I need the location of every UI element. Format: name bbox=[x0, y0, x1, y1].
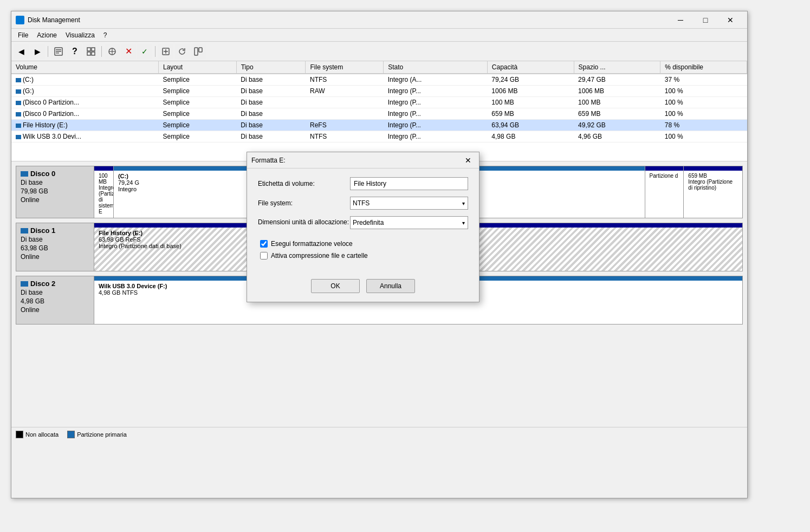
toolbar-forward[interactable]: ▶ bbox=[30, 44, 45, 59]
toolbar-view[interactable] bbox=[83, 44, 99, 59]
cell-filesystem: NTFS bbox=[306, 74, 384, 86]
cell-layout: Semplice bbox=[159, 86, 237, 97]
disk-0-part-0[interactable]: 100 MB Integro (Partizione di sistema E bbox=[94, 166, 114, 218]
cell-stato: Integro (P... bbox=[384, 97, 488, 108]
alloc-label: Dimensioni unità di allocazione: bbox=[258, 216, 350, 226]
app-icon bbox=[16, 16, 24, 24]
table-row[interactable]: (G:) Semplice Di base RAW Integro (P... … bbox=[11, 86, 747, 97]
dialog-body: Etichetta di volume: File system: NTFS F… bbox=[247, 168, 479, 273]
legend-item-primary: Partizione primaria bbox=[67, 431, 127, 438]
window-controls: ─ □ ✕ bbox=[668, 11, 743, 29]
dialog-title-bar: Formatta E: ✕ bbox=[247, 152, 479, 168]
svg-rect-1 bbox=[56, 49, 61, 50]
toolbar-add[interactable] bbox=[158, 44, 173, 59]
cell-layout: Semplice bbox=[159, 108, 237, 120]
toolbar-separator-2 bbox=[101, 46, 102, 57]
col-percent[interactable]: % disponibile bbox=[660, 61, 747, 74]
toolbar-refresh[interactable] bbox=[174, 44, 190, 59]
disk-1-type: Di base bbox=[21, 236, 89, 243]
disk-1-status: Online bbox=[21, 253, 89, 261]
toolbar-connect[interactable] bbox=[105, 44, 120, 59]
menu-help[interactable]: ? bbox=[99, 30, 112, 40]
disk-2-type: Di base bbox=[21, 289, 89, 296]
table-row[interactable]: (Disco 0 Partizion... Semplice Di base I… bbox=[11, 97, 747, 108]
maximize-button[interactable]: □ bbox=[693, 11, 718, 29]
toolbar-expand[interactable] bbox=[191, 44, 206, 59]
disk-table-container: Volume Layout Tipo File system Stato Cap… bbox=[11, 61, 747, 161]
col-filesystem[interactable]: File system bbox=[306, 61, 384, 74]
alloc-select-wrapper: Predefinita 512 1024 2048 4096 bbox=[350, 216, 468, 229]
quick-format-row: Esegui formattazione veloce bbox=[258, 240, 468, 248]
toolbar-delete[interactable]: ✕ bbox=[121, 44, 136, 59]
svg-rect-6 bbox=[87, 52, 90, 55]
dialog-close-button[interactable]: ✕ bbox=[462, 154, 475, 167]
disk-1-label: Disco 1 Di base 63,98 GB Online bbox=[16, 223, 94, 271]
col-volume[interactable]: Volume bbox=[11, 61, 159, 74]
cell-tipo: Di base bbox=[236, 120, 306, 131]
format-dialog: Formatta E: ✕ Etichetta di volume: File … bbox=[247, 152, 479, 302]
volume-label-input[interactable] bbox=[350, 177, 468, 190]
window-title: Disk Management bbox=[28, 16, 668, 24]
disk-0-part-2[interactable]: Partizione d bbox=[645, 166, 684, 218]
disk-2-size: 4,98 GB bbox=[21, 297, 89, 305]
close-button[interactable]: ✕ bbox=[718, 11, 743, 29]
table-row[interactable]: (C:) Semplice Di base NTFS Integro (A...… bbox=[11, 74, 747, 86]
toolbar-back[interactable]: ◀ bbox=[14, 44, 29, 59]
cell-filesystem: RAW bbox=[306, 86, 384, 97]
disk-0-part-3[interactable]: 659 MB Integro (Partizione di ripristino… bbox=[684, 166, 742, 218]
menu-file[interactable]: File bbox=[14, 30, 33, 40]
cell-spazio: 100 MB bbox=[574, 97, 660, 108]
col-layout[interactable]: Layout bbox=[159, 61, 237, 74]
filesystem-label: File system: bbox=[258, 199, 350, 207]
cell-percent: 37 % bbox=[660, 74, 747, 86]
volume-label-text: Etichetta di volume: bbox=[258, 180, 350, 187]
toolbar-properties[interactable] bbox=[51, 44, 66, 59]
compression-label[interactable]: Attiva compressione file e cartelle bbox=[271, 252, 368, 259]
svg-rect-14 bbox=[195, 48, 198, 55]
filesystem-select[interactable]: NTFS FAT32 exFAT ReFS bbox=[350, 197, 468, 210]
toolbar-separator-1 bbox=[48, 46, 48, 57]
legend-item-unallocated: Non allocata bbox=[16, 431, 59, 438]
filesystem-row: File system: NTFS FAT32 exFAT ReFS bbox=[258, 197, 468, 210]
table-row[interactable]: File History (E:) Semplice Di base ReFS … bbox=[11, 120, 747, 131]
cell-capacita: 1006 MB bbox=[487, 86, 574, 97]
cell-layout: Semplice bbox=[159, 97, 237, 108]
cell-layout: Semplice bbox=[159, 74, 237, 86]
cell-capacita: 63,94 GB bbox=[487, 120, 574, 131]
col-tipo[interactable]: Tipo bbox=[236, 61, 306, 74]
cell-layout: Semplice bbox=[159, 131, 237, 142]
disk-0-name: Disco 0 bbox=[30, 170, 55, 178]
cell-volume: (C:) bbox=[11, 74, 159, 86]
volume-label-row: Etichetta di volume: bbox=[258, 177, 468, 190]
table-row[interactable]: Wilk USB 3.0 Devi... Semplice Di base NT… bbox=[11, 131, 747, 142]
legend: Non allocata Partizione primaria bbox=[11, 427, 747, 442]
cell-stato: Integro (P... bbox=[384, 108, 488, 120]
compression-checkbox[interactable] bbox=[260, 252, 268, 259]
ok-button[interactable]: OK bbox=[311, 279, 360, 293]
compression-row: Attiva compressione file e cartelle bbox=[258, 252, 468, 259]
cancel-button[interactable]: Annulla bbox=[366, 279, 415, 293]
disk-2-name: Disco 2 bbox=[30, 280, 55, 288]
cell-percent: 100 % bbox=[660, 97, 747, 108]
cell-percent: 78 % bbox=[660, 120, 747, 131]
svg-rect-7 bbox=[92, 52, 95, 55]
menu-azione[interactable]: Azione bbox=[33, 30, 61, 40]
menu-visualizza[interactable]: Visualizza bbox=[61, 30, 99, 40]
toolbar-check[interactable]: ✓ bbox=[137, 44, 152, 59]
alloc-select[interactable]: Predefinita 512 1024 2048 4096 bbox=[350, 216, 468, 229]
dialog-title: Formatta E: bbox=[251, 157, 462, 164]
quick-format-checkbox[interactable] bbox=[260, 240, 268, 248]
legend-box-primary bbox=[67, 431, 75, 438]
minimize-button[interactable]: ─ bbox=[668, 11, 693, 29]
cell-stato: Integro (P... bbox=[384, 86, 488, 97]
cell-capacita: 659 MB bbox=[487, 108, 574, 120]
toolbar-help[interactable]: ? bbox=[67, 44, 82, 59]
quick-format-label[interactable]: Esegui formattazione veloce bbox=[271, 240, 353, 248]
disk-0-size: 79,98 GB bbox=[21, 187, 89, 195]
col-spazio[interactable]: Spazio ... bbox=[574, 61, 660, 74]
table-row[interactable]: (Disco 0 Partizion... Semplice Di base I… bbox=[11, 108, 747, 120]
title-bar: Disk Management ─ □ ✕ bbox=[11, 11, 747, 29]
col-stato[interactable]: Stato bbox=[384, 61, 488, 74]
col-capacita[interactable]: Capacità bbox=[487, 61, 574, 74]
legend-box-unallocated bbox=[16, 431, 23, 438]
